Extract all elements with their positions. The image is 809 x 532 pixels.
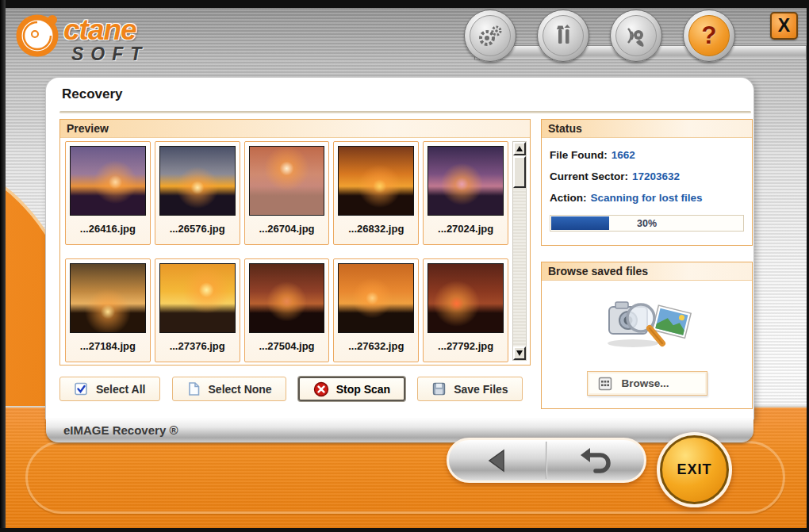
gears-icon [476, 21, 504, 50]
thumbnail-cell[interactable]: ...27376.jpg [155, 258, 240, 362]
thumbnail-filename: ...27632.jpg [338, 340, 414, 352]
status-groupbox: Status File Found:1662 Current Sector:17… [541, 119, 753, 246]
scan-progress-bar: 30% [550, 215, 744, 232]
thumbnail-filename: ...26704.jpg [249, 223, 325, 235]
status-fields: File Found:1662 Current Sector:17203632 … [550, 144, 744, 209]
browse-button-label: Browse... [622, 377, 669, 389]
status-field: Action:Scanning for lost files [550, 187, 744, 209]
thumbnail-image [70, 146, 146, 216]
status-field-label: Current Sector: [550, 170, 628, 182]
titlebar-button-tools[interactable] [537, 10, 589, 62]
thumbnail-image [338, 146, 414, 216]
thumbnail-cell[interactable]: ...27024.jpg [423, 141, 508, 245]
application-window: ctane SOFT [0, 0, 809, 532]
progress-fill [551, 216, 609, 230]
undo-arrow-icon [578, 446, 613, 476]
preview-groupbox: Preview ...26416.jpg ...26576.jpg [59, 119, 531, 366]
thumbnail-filename: ...26416.jpg [70, 223, 146, 235]
action-button-select-none[interactable]: Select None [172, 377, 286, 401]
logo-sub: SOFT [71, 44, 148, 65]
progress-label: 30% [637, 218, 657, 229]
status-field-label: Action: [550, 192, 587, 204]
back-arrow-icon [481, 446, 513, 475]
select-none-icon [186, 381, 201, 396]
title-divider [59, 111, 751, 113]
thumbnail-cell[interactable]: ...26704.jpg [244, 141, 330, 245]
nav-pill [447, 438, 646, 483]
window-edge-top [0, 0, 809, 8]
action-button-stop-scan[interactable]: Stop Scan [298, 377, 405, 401]
preview-header: Preview [60, 120, 530, 138]
footer-bar: eIMAGE Recovery ® [46, 419, 753, 442]
browse-header: Browse saved files [542, 262, 752, 281]
exit-button[interactable]: EXIT [657, 432, 732, 507]
thumbnail-cell[interactable]: ...27792.jpg [423, 258, 508, 362]
close-button[interactable]: X [770, 12, 798, 40]
status-field-label: File Found: [550, 149, 608, 161]
titlebar-button-media-scan[interactable] [610, 10, 662, 62]
action-button-label: Stop Scan [336, 383, 390, 396]
tools-icon [549, 21, 577, 50]
action-button-save-files[interactable]: Save Files [417, 377, 523, 401]
thumbnail-filename: ...26832.jpg [338, 223, 414, 235]
thumbnail-image [428, 263, 504, 333]
page-title: Recovery [62, 86, 123, 102]
browse-button[interactable]: Browse... [587, 371, 707, 396]
undo-button[interactable] [547, 440, 644, 480]
scrollbar-thumb[interactable] [513, 156, 526, 188]
logo-word: ctane [63, 13, 136, 47]
octanesoft-logo: ctane SOFT [16, 10, 198, 67]
scroll-down-button[interactable] [513, 346, 526, 360]
status-field-value: 1662 [612, 149, 635, 161]
action-button-select-all[interactable]: Select All [59, 377, 160, 401]
media-scan-icon [622, 21, 650, 50]
camera-search-icon [600, 291, 695, 364]
thumbnail-image [249, 146, 325, 216]
footer-brand: eIMAGE Recovery ® [46, 419, 753, 442]
thumbnail-filename: ...27184.jpg [70, 340, 146, 352]
titlebar-button-settings[interactable] [464, 10, 516, 62]
exit-button-face: EXIT [660, 435, 729, 504]
select-all-icon [74, 381, 89, 396]
titlebar-buttons: ? [464, 10, 735, 62]
thumbnail-image [338, 263, 414, 333]
preview-scrollbar[interactable] [512, 141, 527, 361]
thumbnail-cell[interactable]: ...27184.jpg [65, 258, 151, 362]
browse-groupbox: Browse saved files [541, 262, 753, 409]
status-field: File Found:1662 [550, 144, 744, 166]
octane-swirl-icon [16, 12, 62, 58]
action-button-label: Select All [96, 383, 146, 396]
thumbnail-cell[interactable]: ...26576.jpg [155, 141, 240, 245]
scroll-up-button[interactable] [513, 142, 526, 155]
thumbnail-cell[interactable]: ...26416.jpg [65, 141, 151, 245]
main-panel: Recovery Preview ...26416.jpg ...26576.j… [46, 78, 753, 419]
thumbnail-image [428, 146, 504, 216]
thumbnail-filename: ...27792.jpg [428, 340, 504, 352]
window-edge-bottom [0, 528, 809, 532]
thumbnail-cell[interactable]: ...26832.jpg [333, 141, 419, 245]
up-arrow-icon [516, 146, 523, 151]
stop-icon [313, 381, 329, 397]
window-edge-left [0, 0, 6, 532]
thumbnail-cell[interactable]: ...27632.jpg [333, 258, 419, 362]
thumbnail-image [70, 263, 146, 333]
titlebar-button-help[interactable]: ? [683, 10, 735, 62]
thumbnail-image [249, 263, 325, 333]
thumbnail-filename: ...27504.jpg [249, 340, 325, 352]
status-field: Current Sector:17203632 [550, 166, 744, 187]
thumbnail-image [159, 263, 236, 333]
grid-icon [598, 377, 612, 391]
preview-actions: Select All Select None [59, 377, 523, 402]
status-field-value: 17203632 [632, 170, 680, 182]
thumbnail-cell[interactable]: ...27504.jpg [244, 258, 330, 362]
down-arrow-icon [516, 350, 523, 356]
thumbnail-filename: ...27376.jpg [159, 340, 236, 352]
thumbnail-image [159, 146, 236, 216]
back-button[interactable] [449, 440, 546, 480]
thumbnail-grid: ...26416.jpg ...26576.jpg ...26704.jpg [65, 141, 508, 360]
save-icon [431, 381, 447, 396]
thumbnail-filename: ...26576.jpg [159, 223, 236, 235]
question-icon: ? [702, 21, 717, 50]
action-button-label: Select None [209, 383, 272, 396]
status-header: Status [542, 120, 752, 138]
